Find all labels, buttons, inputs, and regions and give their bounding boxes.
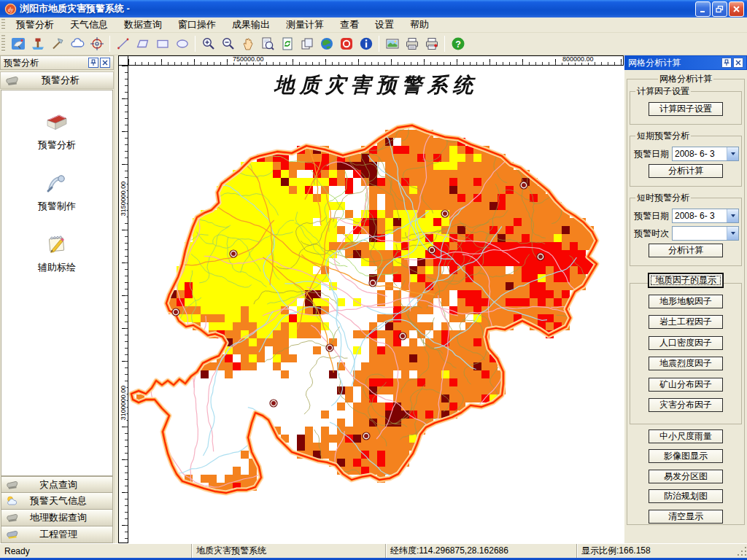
- menu-item-7[interactable]: 查看: [332, 17, 367, 32]
- cloud-icon: [70, 36, 85, 51]
- factor-button-6[interactable]: 灾害分布因子: [649, 398, 723, 412]
- util-button-1[interactable]: 中小尺度雨量: [649, 429, 723, 443]
- factor-button-group: 地形地貌因子岩土工程因子人口密度因子地震烈度因子矿山分布因子灾害分布因子: [630, 283, 742, 424]
- menu-item-4[interactable]: 窗口操作: [170, 17, 224, 32]
- vertical-ruler: 3150000.00 3100000.00: [118, 66, 128, 543]
- category-bar-1[interactable]: 灾点查询: [1, 476, 113, 493]
- app-logo-icon: dy: [4, 3, 17, 15]
- copy-icon: [300, 36, 314, 51]
- h-ruler-label-800000: 800000.00: [562, 56, 595, 63]
- stop-tool-button[interactable]: [337, 35, 355, 53]
- menu-item-9[interactable]: 帮助: [402, 17, 437, 32]
- factor-button-3[interactable]: 人口密度因子: [649, 336, 723, 350]
- axe-tool-button[interactable]: [28, 35, 47, 53]
- util-button-5[interactable]: 清空显示: [649, 510, 723, 524]
- util-button-3[interactable]: 易发分区图: [649, 470, 723, 483]
- map-canvas[interactable]: [128, 66, 624, 543]
- chevron-down-icon[interactable]: [727, 209, 738, 222]
- toolbar-separator: [109, 36, 110, 52]
- svg-text:?: ?: [455, 39, 461, 50]
- menu-item-2[interactable]: 天气信息: [62, 17, 116, 32]
- zoom-page-tool-button[interactable]: [258, 35, 276, 53]
- stop-icon: [339, 36, 354, 51]
- short-term-date-label: 预警日期: [634, 148, 672, 160]
- ellipse-tool-button[interactable]: [173, 35, 191, 53]
- pan-tool-button[interactable]: [239, 35, 257, 53]
- image-icon: [385, 36, 400, 51]
- ellipse-icon: [175, 36, 190, 51]
- tool-item-3[interactable]: 辅助标绘: [1, 232, 112, 274]
- short-term-analyze-button[interactable]: 分析计算: [649, 164, 723, 178]
- left-panel-pin-button[interactable]: [88, 58, 98, 68]
- print-alt-tool-button[interactable]: [422, 35, 441, 53]
- short-time-analyze-button[interactable]: 分析计算: [649, 244, 723, 257]
- polygon-tool-button[interactable]: [133, 35, 152, 53]
- left-panel-header[interactable]: 预警分析: [0, 71, 114, 89]
- left-panel-close-button[interactable]: [100, 58, 110, 68]
- zoom-out-tool-button[interactable]: [219, 35, 237, 53]
- restore-button[interactable]: [712, 1, 727, 17]
- radar-tool-button[interactable]: [9, 35, 27, 53]
- category-bar-2[interactable]: 预警天气信息: [1, 493, 113, 510]
- pick-tool-button[interactable]: [48, 35, 66, 53]
- tool-item-label: 预警制作: [1, 200, 112, 213]
- rectangle-tool-button[interactable]: [153, 35, 171, 53]
- horizontal-ruler: 750000.00 800000.00: [128, 55, 624, 66]
- line-tool-button[interactable]: [114, 35, 132, 53]
- globe-tool-button[interactable]: [317, 35, 336, 53]
- factor-button-5[interactable]: 矿山分布因子: [649, 378, 723, 392]
- refresh-tool-button[interactable]: [278, 35, 296, 53]
- close-button[interactable]: [729, 1, 744, 17]
- short-time-date-combobox[interactable]: 2008- 6- 3: [672, 209, 739, 223]
- chevron-down-icon[interactable]: [727, 147, 738, 160]
- print-alt-icon: [425, 36, 439, 51]
- grid-analysis-content: 网格分析计算 计算因子设置 计算因子设置 短期预警分析 预警日期 2008- 6…: [624, 71, 747, 543]
- category-bar-label: 预警天气信息: [22, 494, 112, 508]
- factor-button-1[interactable]: 地形地貌因子: [649, 295, 723, 308]
- zoom-in-tool-button[interactable]: [199, 35, 217, 53]
- ruler-corner: [118, 55, 128, 66]
- geology-factor-display-button[interactable]: 地质因子的显示: [649, 273, 723, 287]
- category-bar-4[interactable]: 工程管理: [1, 526, 113, 543]
- couch-icon: [6, 479, 19, 491]
- application-window: dy 浏阳市地质灾害预警系统 - 预警分析天气信息数据查询窗口操作成果输出测量计…: [0, 0, 747, 560]
- util-button-4[interactable]: 防治规划图: [649, 489, 723, 503]
- short-term-date-combobox[interactable]: 2008- 6- 3: [672, 147, 739, 161]
- short-time-period-combobox[interactable]: [672, 226, 739, 241]
- chevron-down-icon[interactable]: [727, 227, 738, 240]
- category-bar-3[interactable]: 地理数据查询: [1, 510, 113, 526]
- minimize-button[interactable]: [695, 1, 711, 17]
- right-panel-title: 网格分析计算: [628, 57, 720, 69]
- image-tool-button[interactable]: [383, 35, 401, 53]
- factor-setting-button[interactable]: 计算因子设置: [649, 102, 723, 116]
- project-icon: [6, 529, 19, 540]
- info-tool-button[interactable]: [357, 35, 375, 53]
- copy-tool-button[interactable]: [298, 35, 316, 53]
- menu-item-3[interactable]: 数据查询: [116, 17, 170, 32]
- factor-button-4[interactable]: 地震烈度因子: [649, 357, 723, 370]
- toolbar-separator: [379, 36, 379, 52]
- right-panel-close-button[interactable]: [733, 58, 743, 68]
- menu-item-1[interactable]: 预警分析: [8, 17, 62, 32]
- tool-item-1[interactable]: 预警分析: [1, 109, 112, 152]
- help-tool-button[interactable]: ?: [449, 35, 467, 53]
- h-ruler-label-750000: 750000.00: [232, 56, 265, 63]
- target-tool-button[interactable]: [88, 35, 106, 53]
- toolbar-separator: [444, 36, 445, 52]
- menu-item-5[interactable]: 成果输出: [224, 17, 278, 32]
- right-panel-titlebar: 网格分析计算: [624, 55, 747, 70]
- menu-grip[interactable]: [1, 19, 5, 31]
- tool-item-2[interactable]: 预警制作: [1, 171, 112, 213]
- print-tool-button[interactable]: [403, 35, 421, 53]
- menu-item-8[interactable]: 设置: [367, 17, 402, 32]
- util-button-2[interactable]: 影像图显示: [649, 449, 723, 463]
- toolbar-grip[interactable]: [1, 35, 5, 52]
- axe-icon: [31, 36, 45, 51]
- right-panel-pin-button[interactable]: [721, 58, 732, 68]
- menu-item-6[interactable]: 测量计算: [278, 17, 332, 32]
- factor-button-2[interactable]: 岩土工程因子: [649, 315, 723, 329]
- v-ruler-label-3150000: 3150000.00: [120, 180, 127, 218]
- zoom-out-icon: [221, 36, 236, 51]
- cloud-tool-button[interactable]: [68, 35, 86, 53]
- svg-text:dy: dy: [8, 6, 14, 12]
